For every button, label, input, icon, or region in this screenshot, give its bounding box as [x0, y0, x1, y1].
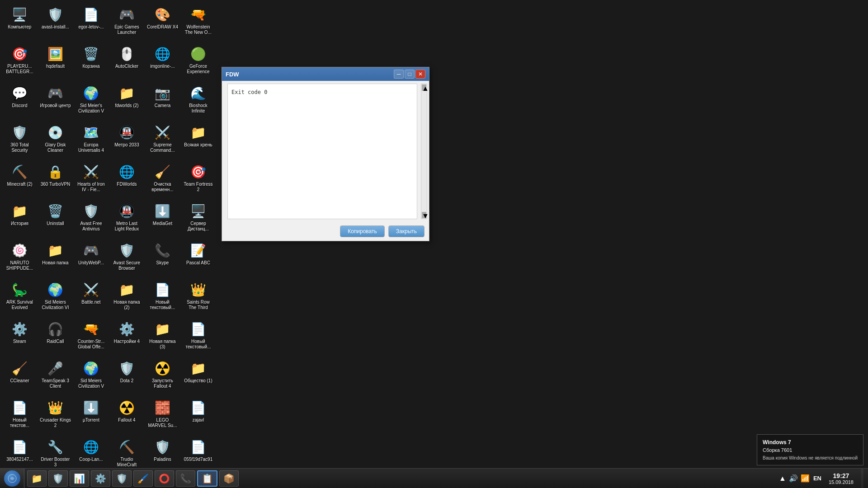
- icon-korzina[interactable]: 🗑️ Корзина: [74, 43, 108, 81]
- icon-counter-strike[interactable]: 🔫 Counter-Str... Global Offe...: [74, 318, 108, 357]
- icon-pubg[interactable]: 🎯 PLAYERU... BATTLEGR...: [3, 43, 37, 81]
- icon-igrovoi[interactable]: 🎮 Игровой центр: [38, 82, 72, 121]
- icon-novyi-tekst2[interactable]: 📄 Новый текстовый...: [181, 318, 215, 357]
- icon-epic-games[interactable]: 🎮 Epic Games Launcher: [110, 4, 144, 42]
- close-button[interactable]: ✕: [415, 70, 425, 79]
- copy-button[interactable]: Копировать: [340, 225, 385, 237]
- scrollbar[interactable]: ▲ ▼: [421, 84, 427, 219]
- icon-minecraft2[interactable]: ⛏️ Minecraft (2): [3, 161, 37, 199]
- icon-supreme[interactable]: ⚔️ Supreme Command...: [146, 122, 179, 160]
- icon-ochistka[interactable]: 🧹 Очистка временн...: [146, 161, 179, 199]
- icon-pascal[interactable]: 📝 Pascal ABC: [181, 239, 215, 278]
- icon-fdworlds2[interactable]: 📁 fdworlds (2): [110, 82, 144, 121]
- taskbar-gear[interactable]: ⚙️: [91, 470, 110, 487]
- close-dialog-button[interactable]: Закрыть: [388, 225, 425, 237]
- icon-glary[interactable]: 💿 Glary Disk Cleaner: [38, 122, 72, 160]
- icon-360security[interactable]: 🛡️ 360 Total Security: [3, 122, 37, 160]
- icon-metro-last[interactable]: 🚇 Metro Last Light Redux: [110, 200, 144, 239]
- taskbar-barchart[interactable]: 📊: [70, 470, 89, 487]
- taskbar-opera[interactable]: ⭕: [155, 470, 174, 487]
- icon-novyi-tekst3[interactable]: 📄 Новый текстов...: [3, 397, 37, 435]
- icon-fallout4run[interactable]: ☢️ Запустить Fallout 4: [146, 357, 179, 396]
- icon-utorrent[interactable]: ⬇️ µTorrent: [74, 397, 108, 435]
- icon-istoriya[interactable]: 📁 История: [3, 200, 37, 239]
- icon-avast-secure[interactable]: 🛡️ Avast Secure Browser: [110, 239, 144, 278]
- icon-novaya-papka[interactable]: 📁 Новая папка: [38, 239, 72, 278]
- icon-360turbovpn[interactable]: 🔒 360 TurboVPN: [38, 161, 72, 199]
- icon-civ-v[interactable]: 🌍 Sid Meier's Civilization V: [74, 82, 108, 121]
- icon-server[interactable]: 🖥️ Сервер Дистанц...: [181, 200, 215, 239]
- system-tray: ▲ 🔊 📶: [779, 474, 810, 483]
- start-orb: [4, 470, 20, 487]
- icon-raidcall[interactable]: 🎧 RaidCall: [38, 318, 72, 357]
- window-titlebar[interactable]: FDW ─ □ ✕: [222, 67, 429, 81]
- icon-imgonline[interactable]: 🌐 imgonline-...: [146, 43, 179, 81]
- icon-egor-letov[interactable]: 📄 egor-letov-...: [74, 4, 108, 42]
- clock-area[interactable]: 19:27 15.09.2018: [825, 472, 857, 485]
- icon-battlenet[interactable]: ⚔️ Battle.net: [74, 279, 108, 317]
- icon-avast-install[interactable]: 🛡️ avast-install...: [38, 4, 72, 42]
- icon-fdworlds[interactable]: 🌐 FDWorlds: [110, 161, 144, 199]
- tray-network[interactable]: 📶: [801, 474, 810, 483]
- icon-skype[interactable]: 📞 Skype: [146, 239, 179, 278]
- icon-lego-marvel[interactable]: 🧱 LEGO MARVEL Su...: [146, 397, 179, 435]
- icon-crusader[interactable]: 👑 Crusader Kings 2: [38, 397, 72, 435]
- icon-coreldraw[interactable]: 🎨 CorelDRAW X4: [146, 4, 179, 42]
- icon-novaya-papka3[interactable]: 📁 Новая папка (3): [146, 318, 179, 357]
- taskbar-skype[interactable]: 📞: [176, 470, 195, 487]
- taskbar-explorer[interactable]: 📁: [27, 470, 47, 487]
- icon-civ-v2[interactable]: 🌍 Sid Meiers Civilization V: [74, 357, 108, 396]
- icon-avast-free[interactable]: 🛡️ Avast Free Antivirus: [74, 200, 108, 239]
- icon-steam[interactable]: ⚙️ Steam: [3, 318, 37, 357]
- icon-ccleaner[interactable]: 🧹 CCleaner: [3, 357, 37, 396]
- icon-saints-row[interactable]: 👑 Saints Row The Third: [181, 279, 215, 317]
- taskbar-box[interactable]: 📦: [219, 470, 239, 487]
- icon-camera[interactable]: 📷 Camera: [146, 82, 179, 121]
- icon-teamspeak[interactable]: 🎤 TeamSpeak 3 Client: [38, 357, 72, 396]
- icon-unity[interactable]: 🎮 UnityWebP...: [74, 239, 108, 278]
- icon-bioshock[interactable]: 🌊 Bioshock Infinite: [181, 82, 215, 121]
- minimize-button[interactable]: ─: [394, 70, 404, 79]
- taskbar-paint[interactable]: 🖌️: [133, 470, 153, 487]
- icon-zajavl[interactable]: 📄 zajavl: [181, 397, 215, 435]
- taskbar-avast[interactable]: 🛡️: [48, 470, 68, 487]
- start-button[interactable]: [0, 469, 24, 488]
- maximize-button[interactable]: □: [405, 70, 415, 79]
- tray-icon-up[interactable]: ▲: [779, 474, 786, 483]
- tray-speaker[interactable]: 🔊: [789, 474, 798, 483]
- clock-date: 15.09.2018: [829, 479, 854, 485]
- icon-ark[interactable]: 🦕 ARK Survival Evolved: [3, 279, 37, 317]
- icon-discord[interactable]: 💬 Discord: [3, 82, 37, 121]
- icon-novyi-tekst[interactable]: 📄 Новый текстовый...: [146, 279, 179, 317]
- icon-dota2[interactable]: 🛡️ Dota 2: [110, 357, 144, 396]
- icon-komputer[interactable]: 🖥️ Компьютер: [3, 4, 37, 42]
- show-desktop-button[interactable]: [861, 469, 863, 488]
- taskbar-fdw[interactable]: 📋: [197, 470, 217, 487]
- notification-line3: Ваша копия Windows не является подлинной: [763, 455, 858, 461]
- icon-autoclicker[interactable]: 🖱️ AutoClicker: [110, 43, 144, 81]
- icon-mediaget[interactable]: ⬇️ MediaGet: [146, 200, 179, 239]
- icon-obshestvo[interactable]: 📁 Общество (1): [181, 357, 215, 396]
- window-content-area: Exit code 0: [227, 84, 417, 219]
- icon-novaya-papka2[interactable]: 📁 Новая папка (2): [110, 279, 144, 317]
- taskbar-dota[interactable]: 🛡️: [112, 470, 132, 487]
- taskbar: 📁 🛡️ 📊 ⚙️ 🛡️ 🖌️ ⭕ 📞 📋 📦 ▲ 🔊 📶 EN 19:27 1…: [0, 468, 868, 488]
- icon-teamfortress[interactable]: 🎯 Team Fortress 2: [181, 161, 215, 199]
- icon-europa[interactable]: 🗺️ Europa Universalis 4: [74, 122, 108, 160]
- language-indicator[interactable]: EN: [813, 475, 821, 482]
- icon-vsyakaya[interactable]: 📁 Всякая хрень: [181, 122, 215, 160]
- icon-naruto[interactable]: 🍥 NARUTO SHIPPUDE...: [3, 239, 37, 278]
- icon-civ-vi[interactable]: 🌍 Sid Meiers Civilization VI: [38, 279, 72, 317]
- icon-hearts-iron[interactable]: ⚔️ Hearts of Iron IV - Fie...: [74, 161, 108, 199]
- icon-wolfenstein[interactable]: 🔫 Wolfenstein The New O...: [181, 4, 215, 42]
- icon-geforce[interactable]: 🟢 GeForce Experience: [181, 43, 215, 81]
- icon-fallout4[interactable]: ☢️ Fallout 4: [110, 397, 144, 435]
- window-output-text: Exit code 0: [231, 89, 267, 95]
- fdw-window: FDW ─ □ ✕ Exit code 0 ▲ ▼ Копировать Зак…: [222, 67, 429, 241]
- icon-uninstall[interactable]: 🗑️ Uninstall: [38, 200, 72, 239]
- icon-hqdefault[interactable]: 🖼️ hqdefault: [38, 43, 72, 81]
- window-title: FDW: [226, 71, 239, 78]
- taskbar-right: ▲ 🔊 📶 EN 19:27 15.09.2018: [774, 469, 868, 488]
- icon-nastroika4[interactable]: ⚙️ Настройки 4: [110, 318, 144, 357]
- icon-metro2033[interactable]: 🚇 Метро 2033: [110, 122, 144, 160]
